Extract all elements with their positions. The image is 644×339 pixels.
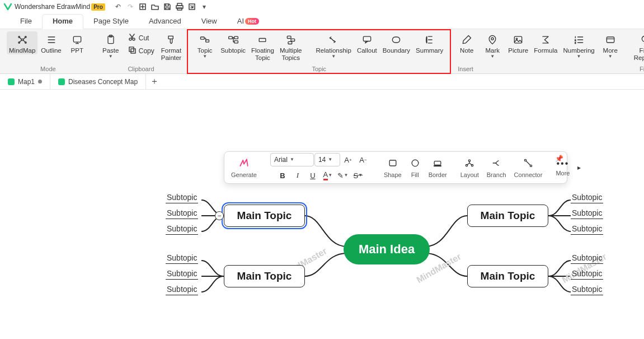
floating-topic-icon	[256, 34, 269, 46]
italic-button[interactable]: I	[290, 169, 305, 182]
group-label-mode: Mode	[40, 66, 56, 73]
svg-rect-18	[206, 40, 209, 42]
mindmap-icon	[16, 34, 29, 46]
note-button[interactable]: Note	[454, 31, 479, 54]
main-topic-node-3[interactable]: Main Topic	[467, 205, 548, 227]
cut-button[interactable]: Cut	[124, 31, 158, 44]
subtopic-node[interactable]: Subtopic	[166, 193, 198, 203]
svg-rect-23	[287, 36, 291, 38]
more-button[interactable]: More ▼	[598, 31, 623, 59]
qat-dropdown-icon[interactable]: ▾	[198, 1, 210, 12]
main-topic-node-2[interactable]: Main Topic	[224, 265, 305, 287]
layout-button[interactable]: Layout	[458, 155, 481, 180]
unsaved-dot-icon	[38, 80, 42, 83]
open-button[interactable]	[149, 1, 161, 12]
chevron-right-icon: ▸	[577, 164, 581, 171]
central-topic-node[interactable]: Main Idea	[344, 234, 430, 264]
outline-button[interactable]: Outline	[39, 31, 63, 54]
summary-icon	[423, 34, 436, 46]
more-icon	[604, 34, 617, 46]
strikethrough-button[interactable]: S ▼	[351, 169, 365, 182]
highlight-button[interactable]: ✎ ▼	[336, 169, 350, 182]
picture-button[interactable]: Picture	[506, 31, 530, 54]
group-label-find: Find	[640, 66, 644, 73]
main-topic-node-1[interactable]: Main Topic	[224, 205, 305, 227]
svg-rect-3	[177, 8, 182, 10]
branch-icon	[491, 157, 502, 170]
pin-icon[interactable]: 📌	[554, 154, 563, 163]
undo-button[interactable]: ↶	[112, 1, 124, 12]
tab-file[interactable]: File	[10, 15, 42, 29]
toolbar-expand-button[interactable]: ▸	[575, 155, 583, 180]
doctab-label: Map1	[18, 78, 35, 86]
decrease-font-button[interactable]: A−	[356, 153, 370, 166]
font-family-select[interactable]: Arial▼	[270, 153, 314, 166]
connector-button[interactable]: Connector	[512, 155, 545, 180]
boundary-button[interactable]: Boundary	[380, 31, 412, 54]
subtopic-node[interactable]: Subtopic	[166, 208, 198, 219]
subtopic-node[interactable]: Subtopic	[166, 269, 198, 280]
fill-button[interactable]: Fill	[407, 155, 423, 180]
doctab-diseases[interactable]: Diseases Concept Map	[50, 74, 146, 89]
ppt-button[interactable]: PPT	[65, 31, 90, 54]
collapse-toggle[interactable]: −	[215, 211, 224, 220]
add-tab-button[interactable]: ＋	[146, 76, 163, 87]
floating-topic-button[interactable]: Floating Topic	[249, 31, 276, 62]
svg-rect-24	[291, 39, 295, 41]
border-button[interactable]: Border	[426, 155, 449, 180]
mindmap-button[interactable]: MindMap	[7, 31, 37, 54]
caret-icon: ▼	[331, 54, 336, 59]
format-painter-button[interactable]: Format Painter	[159, 31, 184, 62]
doc-icon	[8, 78, 15, 85]
copy-button[interactable]: Copy	[124, 44, 158, 57]
mark-button[interactable]: Mark ▼	[480, 31, 505, 59]
svg-rect-29	[515, 36, 522, 43]
tab-home[interactable]: Home	[42, 14, 83, 29]
doctab-map1[interactable]: Map1	[0, 74, 50, 89]
callout-button[interactable]: Callout	[355, 31, 379, 54]
subtopic-node[interactable]: Subtopic	[571, 285, 603, 295]
topic-button[interactable]: Topic ▼	[192, 31, 217, 59]
shape-button[interactable]: Shape	[382, 155, 404, 180]
tab-page-style[interactable]: Page Style	[83, 15, 139, 29]
subtopic-node[interactable]: Subtopic	[571, 193, 603, 203]
new-button[interactable]	[137, 1, 149, 12]
font-color-button[interactable]: A ▼	[321, 169, 335, 182]
redo-button[interactable]: ↷	[124, 1, 137, 12]
subtopic-node[interactable]: Subtopic	[571, 269, 603, 280]
font-size-select[interactable]: 14▼	[314, 153, 340, 166]
export-button[interactable]	[186, 1, 198, 12]
app-title: Wondershare EdrawMind	[15, 3, 90, 11]
tab-ai[interactable]: AI Hot	[227, 15, 269, 29]
subtopic-node[interactable]: Subtopic	[166, 224, 198, 235]
mini-toolbar: 📌 Generate Arial▼ 14▼ A+ A− B I U A ▼ ✎ …	[224, 151, 567, 184]
tab-advanced[interactable]: Advanced	[139, 15, 191, 29]
bold-button[interactable]: B	[275, 169, 290, 182]
doctab-label: Diseases Concept Map	[68, 78, 138, 86]
underline-button[interactable]: U	[305, 169, 320, 182]
note-icon	[460, 34, 473, 46]
increase-font-button[interactable]: A+	[341, 153, 355, 166]
multiple-topics-button[interactable]: Multiple Topics	[278, 31, 304, 62]
subtopic-node[interactable]: Subtopic	[571, 208, 603, 219]
paste-button[interactable]: Paste ▼	[98, 31, 123, 59]
svg-rect-20	[234, 36, 238, 39]
canvas[interactable]: MindMaster MindMaster MindMaster Main Id…	[0, 90, 644, 339]
subtopic-node[interactable]: Subtopic	[166, 285, 198, 295]
generate-button[interactable]: Generate	[229, 155, 259, 180]
tab-view[interactable]: View	[191, 15, 227, 29]
branch-button[interactable]: Branch	[485, 155, 509, 180]
subtopic-node[interactable]: Subtopic	[571, 253, 603, 264]
formula-button[interactable]: Formula	[532, 31, 560, 54]
save-button[interactable]	[161, 1, 173, 12]
summary-button[interactable]: Summary	[413, 31, 445, 54]
subtopic-button[interactable]: Subtopic	[218, 31, 248, 54]
numbering-button[interactable]: Numbering ▼	[561, 31, 596, 59]
svg-point-32	[642, 36, 644, 41]
find-replace-button[interactable]: Find Replace	[632, 31, 644, 62]
print-button[interactable]	[173, 1, 186, 12]
subtopic-node[interactable]: Subtopic	[166, 253, 198, 264]
relationship-button[interactable]: Relationship ▼	[314, 31, 354, 59]
main-topic-node-4[interactable]: Main Topic	[467, 265, 548, 287]
subtopic-node[interactable]: Subtopic	[571, 224, 603, 235]
